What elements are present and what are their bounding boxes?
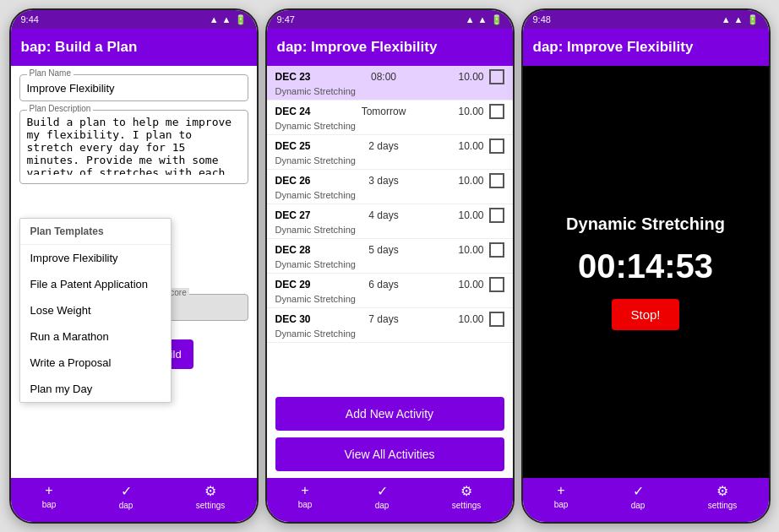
add-new-activity-btn[interactable]: Add New Activity <box>275 397 504 431</box>
signal-icon-3: ▲ <box>734 14 744 24</box>
dd-item-4[interactable]: Write a Proposal <box>20 350 171 376</box>
nav-bap-2[interactable]: + bap <box>298 483 313 515</box>
nav-dap-label-3: dap <box>631 501 646 510</box>
activity-row-1[interactable]: DEC 24 Tomorrow 10.00 Dynamic Stretching <box>267 100 513 135</box>
activity-score-6: 10.00 <box>450 279 484 290</box>
activity-row-0[interactable]: DEC 23 08:00 10.00 Dynamic Stretching <box>267 66 513 100</box>
activity-row-6[interactable]: DEC 29 6 days 10.00 Dynamic Stretching <box>267 274 513 308</box>
nav-dap-label-1: dap <box>119 501 133 510</box>
activity-time-6: 6 days <box>318 279 450 290</box>
status-time-3: 9:48 <box>533 14 551 24</box>
activity-subtitle-6: Dynamic Stretching <box>275 292 504 304</box>
activity-row-2[interactable]: DEC 25 2 days 10.00 Dynamic Stretching <box>267 135 513 170</box>
check-icon-3: ✓ <box>633 483 644 499</box>
dd-item-0[interactable]: Improve Flexibility <box>20 245 171 271</box>
phone-3: 9:48 ▲ ▲ 🔋 dap: Improve Flexibility Dyna… <box>521 8 771 524</box>
activity-score-2: 10.00 <box>450 140 484 152</box>
activity-checkbox-5[interactable] <box>489 242 504 258</box>
activity-checkbox-0[interactable] <box>489 69 504 84</box>
header-title-2: dap: Improve Flexibility <box>277 39 438 56</box>
activity-time-2: 2 days <box>318 140 450 152</box>
status-bar-3: 9:48 ▲ ▲ 🔋 <box>523 10 769 29</box>
view-all-activities-btn[interactable]: View All Activities <box>275 437 504 471</box>
activity-checkbox-6[interactable] <box>489 277 504 292</box>
activity-subtitle-0: Dynamic Stretching <box>275 84 504 96</box>
p2-buttons: Add New Activity View All Activities <box>267 390 513 478</box>
nav-settings-label-3: settings <box>708 501 737 510</box>
status-time-1: 9:44 <box>21 14 39 24</box>
activity-score-3: 10.00 <box>450 175 484 187</box>
bottom-nav-1: + bap ✓ dap ⚙ settings <box>11 478 257 522</box>
plan-desc-field: Plan Description Build a plan to help me… <box>19 110 248 184</box>
activity-score-5: 10.00 <box>450 244 484 256</box>
phone-2: 9:47 ▲ ▲ 🔋 dap: Improve Flexibility DEC … <box>265 8 515 524</box>
battery-icon-3: 🔋 <box>747 14 759 25</box>
signal-icon: ▲ <box>222 14 232 24</box>
activity-row-7[interactable]: DEC 30 7 days 10.00 Dynamic Stretching <box>267 308 513 343</box>
dd-item-2[interactable]: Lose Weight <box>20 297 171 323</box>
activity-date-3: DEC 26 <box>275 175 318 187</box>
nav-bap-label-2: bap <box>298 500 313 509</box>
dd-item-3[interactable]: Run a Marathon <box>20 323 171 350</box>
activity-checkbox-4[interactable] <box>489 208 504 223</box>
dd-item-1[interactable]: File a Patent Application <box>20 271 171 297</box>
phone-1: 9:44 ▲ ▲ 🔋 bap: Build a Plan Plan Name P… <box>9 8 259 524</box>
activity-score-7: 10.00 <box>450 313 484 325</box>
plus-icon-1: + <box>45 483 52 498</box>
nav-bap-label-3: bap <box>554 500 569 509</box>
p1-content: Plan Name Plan Description Build a plan … <box>11 66 257 478</box>
activity-subtitle-1: Dynamic Stretching <box>275 119 504 131</box>
wifi-icon: ▲ <box>210 14 219 24</box>
activity-checkbox-3[interactable] <box>489 173 504 188</box>
dd-item-5[interactable]: Plan my Day <box>20 376 171 402</box>
activity-row-3[interactable]: DEC 26 3 days 10.00 Dynamic Stretching <box>267 170 513 204</box>
wifi-icon-2: ▲ <box>466 14 475 24</box>
status-icons-2: ▲ ▲ 🔋 <box>466 14 503 25</box>
dd-header: Plan Templates <box>20 219 171 245</box>
app-header-1: bap: Build a Plan <box>11 29 257 66</box>
status-bar-1: 9:44 ▲ ▲ 🔋 <box>11 10 257 29</box>
plan-name-legend: Plan Name <box>27 68 74 78</box>
activity-time-0: 08:00 <box>318 71 450 83</box>
battery-icon-2: 🔋 <box>491 14 503 25</box>
battery-icon: 🔋 <box>235 14 247 25</box>
activity-date-7: DEC 30 <box>275 313 318 325</box>
timer-activity-label: Dynamic Stretching <box>566 214 725 234</box>
timer-screen: Dynamic Stretching 00:14:53 Stop! <box>523 66 769 478</box>
status-icons-3: ▲ ▲ 🔋 <box>722 14 759 25</box>
nav-dap-2[interactable]: ✓ dap <box>375 483 390 515</box>
status-time-2: 9:47 <box>277 14 295 24</box>
app-header-2: dap: Improve Flexibility <box>267 29 513 66</box>
nav-settings-label-2: settings <box>452 501 481 510</box>
gear-icon-2: ⚙ <box>460 483 472 499</box>
activity-checkbox-7[interactable] <box>489 312 504 327</box>
activity-row-4[interactable]: DEC 27 4 days 10.00 Dynamic Stretching <box>267 204 513 239</box>
activity-row-5[interactable]: DEC 28 5 days 10.00 Dynamic Stretching <box>267 239 513 274</box>
activity-subtitle-2: Dynamic Stretching <box>275 154 504 166</box>
plan-desc-legend: Plan Description <box>27 104 94 113</box>
nav-settings-2[interactable]: ⚙ settings <box>452 483 481 515</box>
activity-checkbox-2[interactable] <box>489 138 504 154</box>
activity-date-5: DEC 28 <box>275 244 318 256</box>
activity-checkbox-1[interactable] <box>489 104 504 119</box>
check-icon-1: ✓ <box>121 483 132 499</box>
header-title-3: dap: Improve Flexibility <box>533 39 694 56</box>
stop-button[interactable]: Stop! <box>612 299 678 330</box>
activity-score-0: 10.00 <box>450 71 484 83</box>
activity-time-1: Tomorrow <box>318 106 450 117</box>
nav-dap-3[interactable]: ✓ dap <box>631 483 646 515</box>
plus-icon-3: + <box>557 483 564 498</box>
plan-desc-input[interactable]: Build a plan to help me improve my flexi… <box>27 116 241 175</box>
nav-dap-label-2: dap <box>375 501 390 510</box>
nav-bap-3[interactable]: + bap <box>554 483 569 515</box>
activity-subtitle-5: Dynamic Stretching <box>275 258 504 269</box>
nav-bap-1[interactable]: + bap <box>42 483 57 515</box>
nav-dap-1[interactable]: ✓ dap <box>119 483 133 515</box>
nav-settings-3[interactable]: ⚙ settings <box>708 483 737 515</box>
plan-name-input[interactable] <box>27 82 241 95</box>
activity-subtitle-4: Dynamic Stretching <box>275 223 504 235</box>
check-icon-2: ✓ <box>377 483 388 499</box>
activity-time-7: 7 days <box>318 313 450 325</box>
activity-date-6: DEC 29 <box>275 279 318 290</box>
nav-settings-1[interactable]: ⚙ settings <box>196 483 225 515</box>
